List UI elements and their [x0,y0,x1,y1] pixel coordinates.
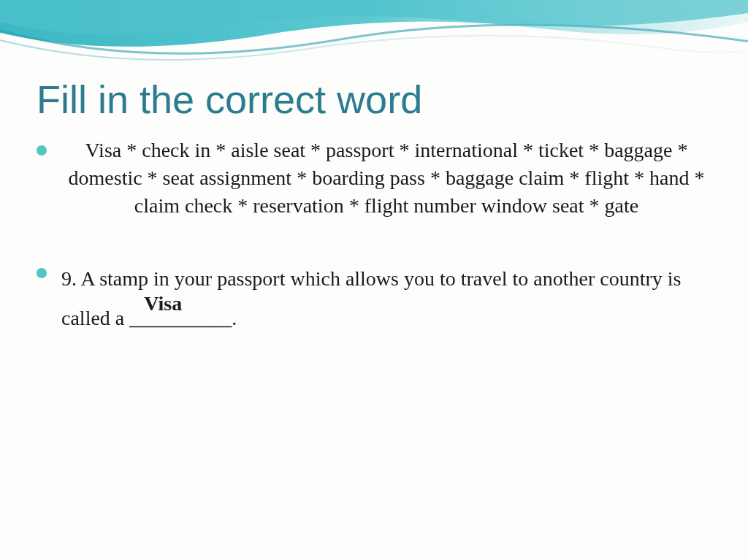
word-bank-item: Visa * check in * aisle seat * passport … [37,137,711,219]
question-number: 9. [61,267,77,290]
slide-title: Fill in the correct word [37,77,711,122]
bullet-icon [37,145,47,156]
answer-text: Visa [144,284,182,323]
question-item: 9. A stamp in your passport which allows… [37,259,711,337]
bullet-icon [37,268,47,278]
slide-content: Fill in the correct word Visa * check in… [0,0,748,359]
question-text: 9. A stamp in your passport which allows… [61,259,711,337]
word-bank-text: Visa * check in * aisle seat * passport … [61,137,711,219]
question-punctuation: . [232,307,237,329]
